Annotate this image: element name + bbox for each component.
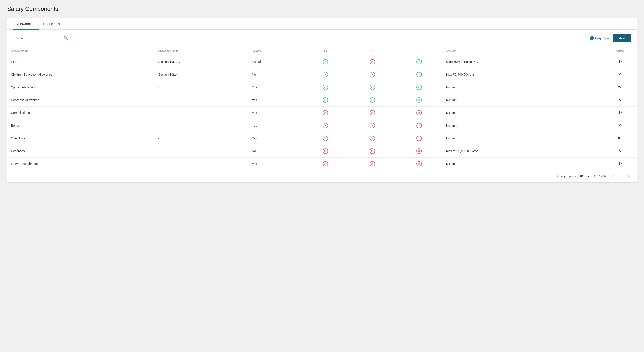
info-icon: i bbox=[590, 36, 594, 40]
tab-deductions[interactable]: Deductions bbox=[39, 18, 64, 30]
toolbar: 🔍 i Page Tips Add bbox=[8, 30, 636, 47]
search-box[interactable]: 🔍 bbox=[13, 34, 71, 42]
check-icon: ✓ bbox=[416, 97, 422, 103]
cell-action: 👁 bbox=[603, 132, 636, 145]
cell-pf: ✕ bbox=[349, 119, 396, 132]
pagination: Items per page: 10 5 25 50 1 – 9 of 9 |<… bbox=[8, 170, 636, 182]
view-icon[interactable]: 👁 bbox=[618, 149, 622, 153]
cell-taxable: Yes bbox=[248, 158, 302, 170]
cell-amount: Max ₹2,400.00/Year bbox=[442, 68, 603, 81]
table-row: Special Allowance - Yes ✓ ✓ ✓ No limit 👁 bbox=[8, 81, 636, 94]
add-button[interactable]: Add bbox=[613, 34, 631, 42]
cross-icon: ✕ bbox=[416, 123, 422, 128]
cell-pf: ✕ bbox=[349, 145, 396, 158]
cell-allowance-code: - bbox=[155, 94, 248, 107]
table-row: Children Education Allowance Section 10(… bbox=[8, 68, 636, 81]
cross-icon: ✕ bbox=[323, 148, 328, 154]
cell-action: 👁 bbox=[603, 68, 636, 81]
cell-display-name: Over Time bbox=[8, 132, 155, 145]
cell-allowance-code: - bbox=[155, 81, 248, 94]
cell-pf: ✕ bbox=[349, 107, 396, 119]
table-row: Leave Encashment - Yes ✕ ✕ ✕ No limit 👁 bbox=[8, 158, 636, 170]
cell-allowance-code: Section 10(14) bbox=[155, 68, 248, 81]
cross-icon: ✕ bbox=[416, 148, 422, 154]
cell-taxable: No bbox=[248, 68, 302, 81]
cell-pf: ✕ bbox=[349, 132, 396, 145]
col-header-action: Action bbox=[603, 47, 636, 56]
cell-action: 👁 bbox=[603, 56, 636, 68]
cell-amount: No limit bbox=[442, 94, 603, 107]
cell-esi: ✕ bbox=[396, 107, 442, 119]
table-row: Bonus - Yes ✕ ✕ ✕ No limit 👁 bbox=[8, 119, 636, 132]
cell-allowance-code: - bbox=[155, 119, 248, 132]
cross-icon: ✕ bbox=[370, 59, 375, 65]
cross-icon: ✕ bbox=[416, 136, 422, 141]
cell-allowance-code: - bbox=[155, 158, 248, 170]
cell-amount: No limit bbox=[442, 158, 603, 170]
table-row: Over Time - Yes ✕ ✕ ✕ No limit 👁 bbox=[8, 132, 636, 145]
search-input[interactable] bbox=[16, 37, 62, 40]
tab-allowances[interactable]: Allowances bbox=[13, 18, 39, 30]
cell-esi: ✓ bbox=[396, 94, 442, 107]
toolbar-right: i Page Tips Add bbox=[590, 34, 631, 42]
main-card: Allowances Deductions 🔍 i Page Tips Add … bbox=[7, 18, 637, 183]
items-per-page-select[interactable]: 10 5 25 50 bbox=[578, 174, 590, 179]
page-tips-label: Page Tips bbox=[595, 37, 609, 40]
check-icon: ✓ bbox=[323, 72, 328, 77]
cell-lop: ✕ bbox=[302, 107, 349, 119]
check-icon: ✓ bbox=[323, 59, 328, 65]
cell-pf: ✕ bbox=[349, 158, 396, 170]
search-icon: 🔍 bbox=[64, 36, 68, 40]
table-header-row: Display Name Allowance Code Taxable LOP … bbox=[8, 47, 636, 56]
col-header-allowance-code: Allowance Code bbox=[155, 47, 248, 56]
cross-icon: ✕ bbox=[370, 136, 375, 141]
view-icon[interactable]: 👁 bbox=[618, 85, 622, 90]
cell-amount: No limit bbox=[442, 81, 603, 94]
allowances-table: Display Name Allowance Code Taxable LOP … bbox=[8, 47, 636, 170]
view-icon[interactable]: 👁 bbox=[618, 136, 622, 141]
cell-action: 👁 bbox=[603, 145, 636, 158]
view-icon[interactable]: 👁 bbox=[618, 162, 622, 166]
cell-esi: ✓ bbox=[396, 56, 442, 68]
next-page-button[interactable]: › bbox=[621, 173, 624, 179]
view-icon[interactable]: 👁 bbox=[618, 72, 622, 77]
col-header-taxable: Taxable bbox=[248, 47, 302, 56]
cell-allowance-code: - bbox=[155, 132, 248, 145]
cross-icon: ✕ bbox=[370, 110, 375, 116]
cell-display-name: Children Education Allowance bbox=[8, 68, 155, 81]
col-header-pf: PF bbox=[349, 47, 396, 56]
cross-icon: ✕ bbox=[323, 136, 328, 141]
cell-esi: ✕ bbox=[396, 158, 442, 170]
col-header-esi: ESI bbox=[396, 47, 442, 56]
cross-icon: ✕ bbox=[323, 123, 328, 128]
last-page-button[interactable]: >| bbox=[626, 173, 632, 179]
view-icon[interactable]: 👁 bbox=[618, 111, 622, 115]
cell-lop: ✕ bbox=[302, 158, 349, 170]
cell-pf: ✓ bbox=[349, 94, 396, 107]
cell-lop: ✓ bbox=[302, 81, 349, 94]
items-per-page: Items per page: 10 5 25 50 bbox=[556, 174, 590, 179]
cell-allowance-code: Section 10(13A) bbox=[155, 56, 248, 68]
prev-page-button[interactable]: ‹ bbox=[616, 173, 620, 179]
view-icon[interactable]: 👁 bbox=[618, 98, 622, 102]
cell-esi: ✓ bbox=[396, 81, 442, 94]
cell-amount: No limit bbox=[442, 119, 603, 132]
cross-icon: ✕ bbox=[416, 110, 422, 116]
cell-display-name: Expenses bbox=[8, 145, 155, 158]
cell-pf: ✕ bbox=[349, 56, 396, 68]
cell-display-name: Bonus bbox=[8, 119, 155, 132]
view-icon[interactable]: 👁 bbox=[618, 123, 622, 128]
cell-amount: No limit bbox=[442, 132, 603, 145]
cell-lop: ✕ bbox=[302, 132, 349, 145]
page-tips-button[interactable]: i Page Tips bbox=[590, 36, 609, 40]
check-icon: ✓ bbox=[370, 97, 375, 103]
cell-display-name: Commissions bbox=[8, 107, 155, 119]
col-header-display-name: Display Name bbox=[8, 47, 155, 56]
cell-lop: ✓ bbox=[302, 68, 349, 81]
check-icon: ✓ bbox=[323, 85, 328, 90]
cell-pf: ✕ bbox=[349, 68, 396, 81]
cell-taxable: Yes bbox=[248, 81, 302, 94]
view-icon[interactable]: 👁 bbox=[618, 60, 622, 64]
check-icon: ✓ bbox=[370, 85, 375, 90]
first-page-button[interactable]: |< bbox=[609, 173, 615, 179]
